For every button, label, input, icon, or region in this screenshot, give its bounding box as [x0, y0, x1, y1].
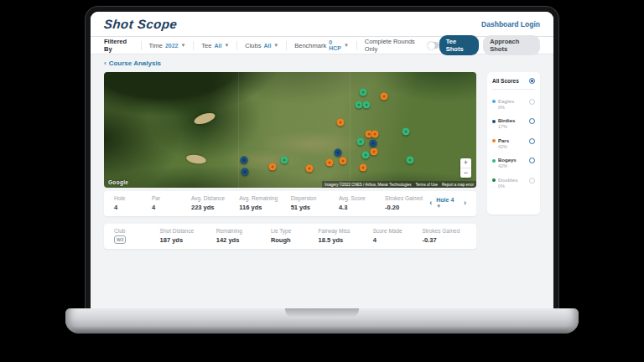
shot-marker-birdie[interactable]	[370, 139, 377, 147]
shot-marker-par[interactable]	[371, 147, 378, 155]
shot-marker-par[interactable]	[381, 93, 388, 101]
tee-filter[interactable]: Tee All ▼	[201, 42, 229, 49]
score-option-doubles[interactable]: Doubles 0%	[492, 178, 535, 189]
shot-marker-bogey[interactable]	[363, 101, 371, 109]
stat-value: 4	[114, 204, 152, 211]
score-option-eagles[interactable]: Eagles 0%	[492, 99, 535, 110]
shot-marker-par[interactable]	[360, 163, 367, 171]
birdies-pct: 17%	[498, 124, 515, 129]
chevron-down-icon: ▼	[224, 43, 229, 48]
chevron-down-icon: ▼	[273, 43, 278, 48]
shot-marker-birdie[interactable]	[334, 148, 341, 156]
stat-value: 51 yds	[291, 204, 339, 211]
shot-marker-par[interactable]	[371, 130, 379, 137]
clubs-label: Clubs	[245, 42, 261, 49]
shot-marker-birdie[interactable]	[242, 168, 249, 175]
dashboard-login-link[interactable]: Dashboard Login	[481, 20, 540, 28]
stat-value: 4.3	[339, 204, 385, 211]
radio-icon[interactable]	[529, 118, 535, 124]
stat-value: 18.5 yds	[319, 236, 373, 244]
next-hole-button[interactable]: ›	[464, 199, 466, 207]
stat-remaining: Remaining 142 yds	[216, 228, 271, 244]
pars-label: Pars	[498, 138, 509, 143]
time-label: Time	[149, 42, 163, 49]
radio-icon[interactable]	[529, 138, 535, 144]
prev-hole-button[interactable]: ‹	[429, 199, 432, 207]
zoom-in-button[interactable]: +	[460, 158, 471, 168]
stat-value: 142 yds	[216, 236, 271, 244]
sand-bunker	[185, 154, 206, 165]
hole-stats-card: Hole 4 Par 4 Avg. Distance 223 yds Avg. …	[104, 191, 476, 216]
course-map[interactable]: + − Google Imagery ©2022 CNES / Airbus, …	[104, 72, 476, 188]
stat-value: 116 yds	[239, 204, 290, 211]
score-option-bogeys[interactable]: Bogeys 42%	[492, 158, 535, 168]
birdies-color-dot	[492, 120, 496, 123]
shot-stats-card: Club W3 Shot Distance 187 yds Remaining …	[104, 224, 476, 250]
all-scores-option[interactable]: All Scores	[492, 78, 535, 90]
filtered-by-label: Filtered By	[104, 38, 133, 53]
eagles-label: Eagles	[498, 99, 514, 104]
shot-marker-bogey[interactable]	[280, 156, 288, 163]
radio-selected-icon[interactable]	[529, 78, 535, 84]
approach-shots-button[interactable]: Approach Shots	[483, 35, 540, 55]
clubs-filter[interactable]: Clubs All ▼	[245, 42, 278, 49]
shot-marker-bogey[interactable]	[356, 137, 364, 145]
radio-icon[interactable]	[529, 158, 535, 163]
zoom-out-button[interactable]: −	[460, 168, 471, 178]
shot-marker-par[interactable]	[336, 119, 344, 127]
stat-value: 223 yds	[191, 204, 239, 211]
laptop-notch	[285, 308, 359, 318]
stat-hole: Hole 4	[114, 195, 152, 211]
shot-marker-bogey[interactable]	[406, 156, 413, 163]
stat-label: Score Made	[373, 228, 423, 234]
toggle-knob	[428, 42, 435, 49]
shot-marker-bogey[interactable]	[361, 151, 369, 158]
shot-marker-par[interactable]	[269, 163, 277, 170]
shot-marker-bogey[interactable]	[402, 127, 409, 135]
stat-avg-score: Avg. Score 4.3	[339, 195, 385, 211]
tee-shots-button[interactable]: Tee Shots	[439, 35, 480, 55]
stat-dispersion: Dispersion 51 yds	[291, 195, 339, 211]
complete-rounds-toggle[interactable]	[428, 42, 439, 49]
stat-label: Lie Type	[271, 228, 319, 234]
benchmark-filter[interactable]: Benchmark 0 HCP ▼	[294, 39, 349, 51]
map-tile-seam	[350, 72, 351, 188]
score-option-birdies[interactable]: Birdies 17%	[492, 118, 535, 129]
time-filter[interactable]: Time 2022 ▼	[149, 42, 186, 49]
stat-label: Remaining	[216, 228, 271, 234]
chevron-down-icon: ▼	[180, 43, 185, 48]
shot-marker-bogey[interactable]	[356, 101, 363, 109]
shot-marker-birdie[interactable]	[240, 156, 247, 163]
divider	[193, 41, 194, 50]
hole-select[interactable]: Hole 4 ▼	[436, 197, 460, 209]
report-error-link[interactable]: Report a map error	[442, 183, 474, 187]
stat-avg-distance: Avg. Distance 223 yds	[191, 195, 239, 211]
score-option-pars[interactable]: Pars 42%	[492, 138, 535, 149]
pars-color-dot	[492, 139, 496, 142]
doubles-color-dot	[492, 178, 496, 182]
stat-fairway-miss: Fairway Miss 18.5 yds	[319, 228, 373, 244]
divider	[141, 41, 142, 50]
breadcrumb[interactable]: ‹ Course Analysis	[91, 54, 553, 70]
radio-icon[interactable]	[529, 99, 535, 105]
shot-marker-par[interactable]	[339, 157, 346, 164]
eagles-color-dot	[492, 100, 496, 103]
stat-value: -0.20	[385, 204, 429, 211]
stat-label: Avg. Score	[339, 195, 385, 201]
stat-club: Club W3	[114, 228, 160, 245]
stat-shot-distance: Shot Distance 187 yds	[160, 228, 216, 244]
stat-value: Rough	[271, 236, 319, 244]
app-window: Shot Scope Dashboard Login Filtered By T…	[91, 12, 553, 308]
stat-label: Strokes Gained	[385, 195, 429, 201]
shot-marker-bogey[interactable]	[360, 89, 367, 96]
sand-bunker	[192, 111, 216, 126]
terms-of-use-link[interactable]: Terms of Use	[415, 183, 438, 187]
doubles-pct: 0%	[498, 184, 518, 189]
google-logo: Google	[108, 179, 128, 185]
stat-shot-strokes-gained: Strokes Gained -0.37	[422, 228, 460, 244]
shot-marker-par[interactable]	[326, 158, 334, 166]
shot-marker-par[interactable]	[305, 164, 313, 172]
stat-value: 4	[373, 236, 423, 244]
stat-label: Fairway Miss	[319, 228, 373, 234]
radio-icon[interactable]	[529, 178, 535, 184]
